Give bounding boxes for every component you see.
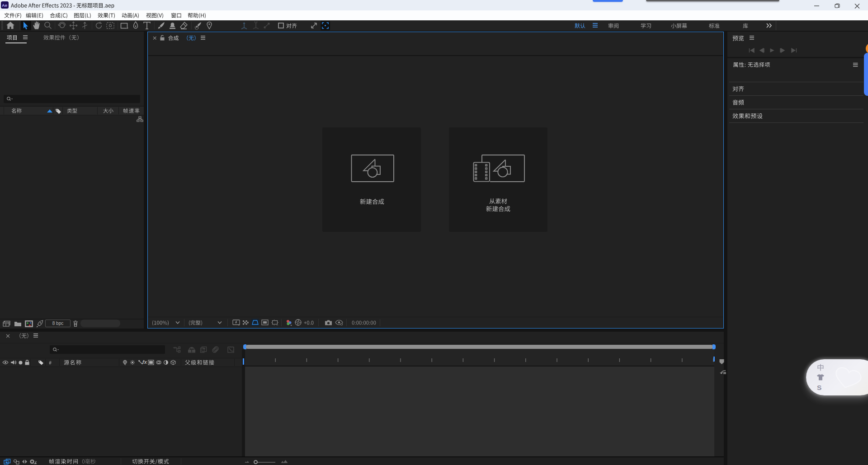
svg-text:Ae: Ae: [2, 3, 7, 7]
